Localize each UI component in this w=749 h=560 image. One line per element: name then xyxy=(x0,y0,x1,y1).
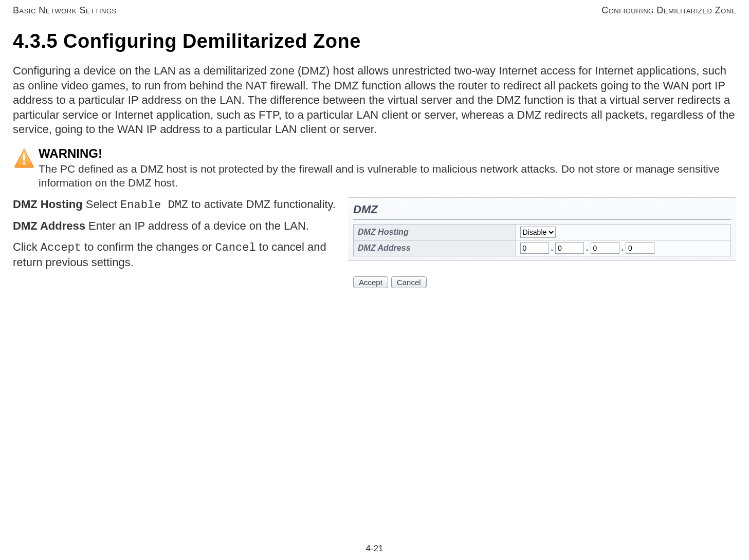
section-title: Configuring Demilitarized Zone xyxy=(63,30,361,52)
ip-octet-3[interactable] xyxy=(591,242,619,254)
dmz-hosting-label: DMZ Hosting xyxy=(13,198,83,211)
accept-code: Accept xyxy=(41,241,81,254)
row-label-address: DMZ Address xyxy=(354,240,516,256)
cancel-code: Cancel xyxy=(215,241,255,254)
ip-octet-2[interactable] xyxy=(555,242,584,254)
warning-icon xyxy=(13,146,39,172)
table-row: DMZ Address . . . xyxy=(354,240,731,256)
table-row: DMZ Hosting Disable xyxy=(354,224,731,240)
ip-dot: . xyxy=(585,244,589,253)
intro-paragraph: Configuring a device on the LAN as a dem… xyxy=(13,64,736,137)
action-desc: Click Accept to confirm the changes or C… xyxy=(13,240,342,270)
ip-octet-4[interactable] xyxy=(626,242,654,254)
header-left: Basic Network Settings xyxy=(13,5,117,16)
header-right: Configuring Demilitarized Zone xyxy=(601,5,736,16)
section-number: 4.3.5 xyxy=(13,30,58,52)
ip-dot: . xyxy=(550,244,554,253)
page-header: Basic Network Settings Configuring Demil… xyxy=(13,5,736,16)
row-label-hosting: DMZ Hosting xyxy=(354,224,516,240)
dmz-hosting-select[interactable]: Disable xyxy=(520,227,556,238)
ip-dot: . xyxy=(620,244,625,253)
dmz-address-label: DMZ Address xyxy=(13,219,85,232)
enable-dmz-code: Enable DMZ xyxy=(120,199,188,212)
accept-button[interactable]: Accept xyxy=(353,276,388,288)
svg-rect-0 xyxy=(23,154,25,161)
warning-body: The PC defined as a DMZ host is not prot… xyxy=(39,162,736,190)
warning-title: WARNING! xyxy=(39,146,736,161)
cancel-button[interactable]: Cancel xyxy=(391,276,427,288)
dmz-hosting-desc: DMZ Hosting Select Enable DMZ to activat… xyxy=(13,197,342,213)
panel-title: DMZ xyxy=(353,201,731,220)
svg-point-1 xyxy=(23,162,26,164)
warning-block: WARNING! The PC defined as a DMZ host is… xyxy=(13,146,736,190)
dmz-address-desc: DMZ Address Enter an IP address of a dev… xyxy=(13,219,342,234)
page-number: 4-21 xyxy=(0,544,749,554)
dmz-config-panel: DMZ DMZ Hosting Disable DMZ Address xyxy=(348,197,736,288)
section-heading: 4.3.5 Configuring Demilitarized Zone xyxy=(13,30,736,52)
ip-octet-1[interactable] xyxy=(520,242,549,254)
